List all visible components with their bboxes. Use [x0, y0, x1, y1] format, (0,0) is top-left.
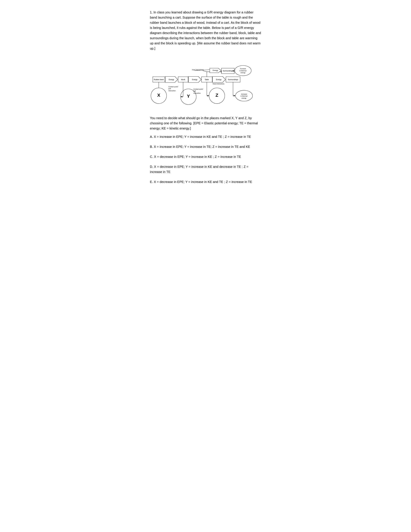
svg-text:Increase: Increase [241, 93, 247, 95]
svg-text:Increase: Increase [240, 68, 246, 69]
option-c: C. X = decrease in EPE; Y = increase in … [150, 154, 261, 159]
svg-text:Energy: Energy [169, 78, 174, 80]
option-c-text: X = decrease in EPE; Y = increase in KE … [154, 155, 241, 159]
svg-text:Surroundings: Surroundings [228, 78, 238, 80]
svg-text:in thermal: in thermal [241, 95, 248, 97]
svg-text:Energy: Energy [192, 78, 197, 80]
option-e: E. X = decrease in EPE; Y = increase in … [150, 179, 261, 184]
svg-text:Heat interactions: Heat interactions [213, 83, 224, 85]
svg-text:pull: pull [193, 90, 196, 92]
diagram-svg: Rubber band Energy block Energy Table En… [150, 56, 261, 111]
option-e-text: X = decrease in EPE; Y = increase in KE … [154, 180, 252, 184]
option-a: A. X = increase in EPE; Y = increase in … [150, 134, 261, 139]
option-d-text: X = decrease in EPE; Y = increase in KE … [150, 165, 248, 174]
svg-text:X: X [157, 93, 160, 98]
question-body: In class you learned about drawing a G/R… [150, 10, 261, 50]
option-d-label: D. [150, 165, 153, 169]
intro-paragraph: You need to decide what should go in the… [150, 115, 261, 131]
svg-text:Energy: Energy [213, 69, 218, 71]
svg-text:energy: energy [241, 72, 245, 74]
svg-text:Surroundings: Surroundings [223, 70, 233, 72]
svg-line-27 [203, 71, 207, 72]
svg-text:in thermal: in thermal [240, 70, 246, 72]
svg-text:interaction: interaction [193, 92, 201, 94]
svg-text:Energy: Energy [216, 78, 222, 80]
option-a-label: A. [150, 135, 153, 139]
option-b-label: B. [150, 145, 153, 149]
svg-text:Contact push/: Contact push/ [168, 86, 178, 87]
svg-text:Table: Table [205, 78, 209, 80]
svg-text:Contact push/: Contact push/ [193, 88, 203, 90]
svg-text:Y: Y [187, 94, 190, 99]
option-c-label: C. [150, 155, 153, 159]
option-e-label: E. [150, 180, 153, 184]
svg-text:pull: pull [168, 88, 171, 89]
option-a-text: X = increase in EPE; Y = increase in KE … [154, 135, 251, 139]
question-number: 1. [150, 10, 153, 14]
svg-text:energy: energy [242, 97, 246, 99]
svg-text:interaction: interaction [168, 90, 176, 92]
question-container: 1. In class you learned about drawing a … [150, 10, 261, 184]
diagram-container: Rubber band Energy block Energy Table En… [150, 56, 261, 111]
question-text: 1. In class you learned about drawing a … [150, 10, 261, 51]
option-b: B. X = increase in EPE; Y = increase in … [150, 144, 261, 149]
svg-text:Rubber band: Rubber band [154, 78, 164, 80]
svg-text:block: block [181, 78, 185, 80]
option-b-text: X = increase in EPE; Y = increase in TE;… [154, 145, 250, 149]
intro-text: You need to decide what should go in the… [150, 116, 258, 130]
svg-text:Z: Z [215, 93, 218, 98]
options-section: A. X = increase in EPE; Y = increase in … [150, 134, 261, 184]
option-d: D. X = decrease in EPE; Y = increase in … [150, 164, 261, 174]
